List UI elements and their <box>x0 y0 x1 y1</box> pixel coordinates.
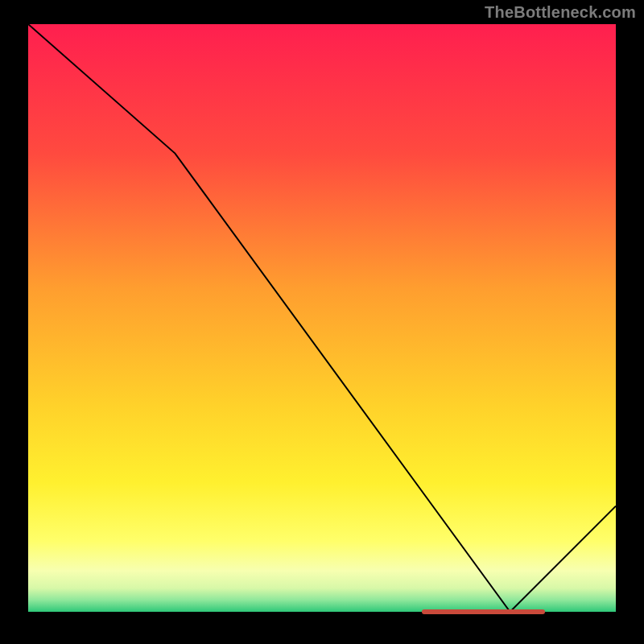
bottleneck-curve <box>28 24 616 612</box>
chart-frame: TheBottleneck.com <box>0 0 644 644</box>
plot-area <box>28 24 616 616</box>
attribution-text: TheBottleneck.com <box>485 3 636 22</box>
optimal-range-marker <box>422 609 545 614</box>
